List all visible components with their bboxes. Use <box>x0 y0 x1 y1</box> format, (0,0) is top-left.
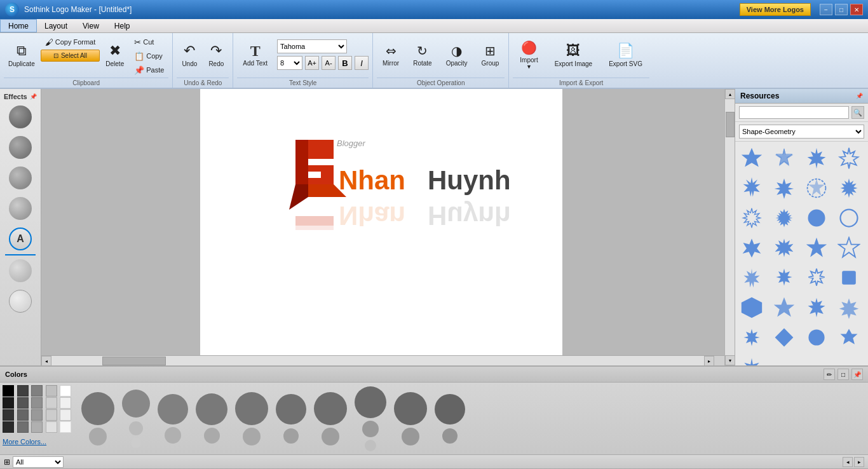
swatch-2e[interactable] <box>60 397 71 409</box>
resources-category-select[interactable]: Shape-Geometry <box>739 125 864 139</box>
shape-item[interactable] <box>835 294 863 322</box>
minimize-button[interactable]: − <box>820 4 832 15</box>
export-image-button[interactable]: 🖼 Export Image <box>548 36 599 74</box>
copy-format-button[interactable]: 🖌 Copy Format <box>41 36 100 48</box>
effect-item-5[interactable] <box>0 255 41 286</box>
shape-item[interactable] <box>835 323 863 351</box>
shape-item[interactable] <box>738 144 766 172</box>
menu-layout[interactable]: Layout <box>37 19 75 32</box>
swatch-3d[interactable] <box>46 409 57 421</box>
mirror-button[interactable]: ⇔ Mirror <box>377 36 405 74</box>
color-dot-large[interactable] <box>394 392 427 425</box>
scroll-left-filter[interactable]: ◂ <box>843 457 853 467</box>
more-colors-button[interactable]: More Colors... <box>3 437 74 447</box>
select-all-button[interactable]: ⊡ Select All <box>41 50 100 62</box>
menu-help[interactable]: Help <box>107 19 138 32</box>
shape-item[interactable] <box>738 294 766 322</box>
color-dot-small[interactable] <box>362 421 379 437</box>
color-dot-small[interactable] <box>442 428 458 444</box>
shape-item[interactable] <box>835 204 863 232</box>
swatch-2a[interactable] <box>3 397 14 409</box>
shape-item[interactable] <box>803 204 831 232</box>
canvas-white[interactable]: Blogger Nhan Huynh Nhan Huynh <box>200 89 562 355</box>
delete-button[interactable]: ✖ Delete <box>101 36 128 74</box>
swatch-3e[interactable] <box>60 409 71 421</box>
color-dot-large[interactable] <box>122 390 150 418</box>
v-scroll-thumb[interactable] <box>726 112 735 137</box>
swatch-dark1[interactable] <box>17 385 29 397</box>
shape-item[interactable] <box>770 204 798 232</box>
font-size-increase-button[interactable]: A+ <box>305 56 319 70</box>
shape-item[interactable] <box>770 294 798 322</box>
rotate-button[interactable]: ↻ Rotate <box>407 36 437 74</box>
color-dot-large[interactable] <box>158 394 188 425</box>
shape-item[interactable] <box>770 234 798 262</box>
add-text-button[interactable]: T Add Text <box>237 36 273 74</box>
color-dot-small[interactable] <box>89 428 107 445</box>
swatch-4e[interactable] <box>60 421 71 433</box>
color-dot-small[interactable] <box>402 428 419 445</box>
shape-item[interactable] <box>803 174 831 202</box>
color-dot-small[interactable] <box>283 428 299 444</box>
shape-item[interactable] <box>835 144 863 172</box>
export-svg-button[interactable]: 📄 Export SVG <box>602 36 649 74</box>
h-scroll-right-arrow[interactable]: ▸ <box>704 356 714 365</box>
color-dot-large[interactable] <box>355 386 386 418</box>
shape-item[interactable] <box>803 234 831 262</box>
color-dot-large[interactable] <box>235 392 268 425</box>
color-dot-large[interactable] <box>276 394 306 425</box>
shape-item[interactable] <box>803 294 831 322</box>
undo-button[interactable]: ↶ Undo <box>177 36 202 74</box>
swatch-2c[interactable] <box>31 397 43 409</box>
menu-home[interactable]: Home <box>0 19 37 32</box>
swatch-2b[interactable] <box>17 397 29 409</box>
close-button[interactable]: ✕ <box>850 4 863 15</box>
swatch-mid1[interactable] <box>31 385 43 397</box>
swatch-3c[interactable] <box>31 409 43 421</box>
resources-pin[interactable]: 📌 <box>856 93 863 99</box>
shape-item[interactable] <box>835 174 863 202</box>
font-size-select[interactable]: 8 <box>277 56 302 70</box>
menu-view[interactable]: View <box>75 19 107 32</box>
swatch-4c[interactable] <box>31 421 43 433</box>
swatch-2d[interactable] <box>46 397 57 409</box>
swatch-3a[interactable] <box>3 409 14 421</box>
shape-item[interactable] <box>835 264 863 292</box>
color-dot-small[interactable] <box>204 428 220 444</box>
group-button[interactable]: ⊞ Group <box>476 36 505 74</box>
shape-item[interactable] <box>770 174 798 202</box>
h-scroll-thumb[interactable] <box>102 357 166 365</box>
color-dot-small[interactable] <box>322 428 339 445</box>
color-dot-large[interactable] <box>81 392 114 425</box>
h-scroll-left-arrow[interactable]: ◂ <box>41 356 51 365</box>
swatch-3b[interactable] <box>17 409 29 421</box>
shape-item[interactable] <box>738 204 766 232</box>
shape-item[interactable] <box>803 323 831 351</box>
swatch-black[interactable] <box>3 385 14 397</box>
v-scroll-up-arrow[interactable]: ▴ <box>725 89 735 99</box>
swatch-4b[interactable] <box>17 421 29 433</box>
shape-item[interactable] <box>738 264 766 292</box>
color-dot-tiny[interactable] <box>131 438 141 448</box>
shape-item[interactable] <box>738 323 766 351</box>
colors-options-button[interactable]: □ <box>837 369 849 380</box>
resources-search-input[interactable] <box>739 106 849 119</box>
shape-item[interactable] <box>738 234 766 262</box>
shape-item[interactable] <box>770 264 798 292</box>
swatch-4a[interactable] <box>3 421 14 433</box>
shape-item[interactable] <box>770 323 798 351</box>
shape-item[interactable] <box>835 234 863 262</box>
paste-button[interactable]: 📌 Paste <box>130 64 168 76</box>
shape-item[interactable] <box>738 353 766 365</box>
swatch-4d[interactable] <box>46 421 57 433</box>
effect-item-4[interactable] <box>0 193 41 224</box>
italic-button[interactable]: I <box>355 56 369 70</box>
shape-item[interactable] <box>770 144 798 172</box>
colors-edit-button[interactable]: ✏ <box>824 369 835 380</box>
duplicate-button[interactable]: ⧉ Duplicate <box>4 36 39 74</box>
redo-button[interactable]: ↷ Redo <box>203 36 229 74</box>
color-dot-small[interactable] <box>129 421 143 435</box>
font-size-decrease-button[interactable]: A- <box>322 56 336 70</box>
v-scroll-down-arrow[interactable]: ▾ <box>725 355 735 365</box>
color-dot-small[interactable] <box>243 428 261 445</box>
